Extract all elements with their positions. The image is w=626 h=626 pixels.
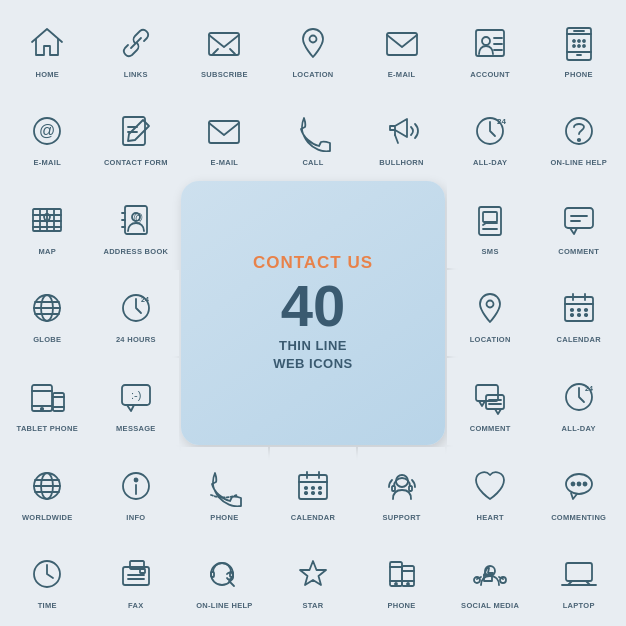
cell-address-book[interactable]: @ ADDRESS BOOK xyxy=(93,181,180,268)
cell-contact-form[interactable]: CONTACT FORM xyxy=(93,93,180,180)
cell-email[interactable]: E-MAIL xyxy=(358,4,445,91)
svg-point-95 xyxy=(305,491,307,493)
cell-on-line-help2[interactable]: ON-LINE HELP xyxy=(181,535,268,622)
sms-label: SMS xyxy=(482,247,499,256)
cell-tablet-phone[interactable]: TABLET PHONE xyxy=(4,358,91,445)
cell-heart[interactable]: HEART xyxy=(447,447,534,534)
svg-point-4 xyxy=(482,37,490,45)
cell-message[interactable]: :-) MESSAGE xyxy=(93,358,180,445)
cell-support[interactable]: SUPPORT xyxy=(358,447,445,534)
svg-point-87 xyxy=(134,478,137,481)
account-icon xyxy=(465,18,515,68)
all-day-label: ALL-DAY xyxy=(473,158,507,167)
cell-call[interactable]: CALL xyxy=(270,93,357,180)
cell-phone[interactable]: PHONE xyxy=(535,4,622,91)
call-icon xyxy=(288,106,338,156)
phone-icon xyxy=(554,18,604,68)
svg-point-16 xyxy=(573,45,575,47)
laptop-label: LAPTOP xyxy=(563,601,595,610)
svg-text:@: @ xyxy=(39,122,55,139)
cell-comment2[interactable]: COMMENT xyxy=(447,358,534,445)
card-subtitle: THIN LINEWEB ICONS xyxy=(273,337,353,373)
svg-point-64 xyxy=(585,314,587,316)
cell-social-media[interactable]: SOCIAL MEDIA xyxy=(447,535,534,622)
globe-icon xyxy=(22,283,72,333)
cell-sms[interactable]: SMS xyxy=(447,181,534,268)
cell-account[interactable]: ACCOUNT xyxy=(447,4,534,91)
call-label: CALL xyxy=(302,158,323,167)
cell-calendar[interactable]: CALENDAR xyxy=(535,270,622,357)
svg-point-17 xyxy=(578,45,580,47)
comment2-icon xyxy=(465,372,515,422)
svg-text:24: 24 xyxy=(141,296,149,303)
svg-point-96 xyxy=(312,491,314,493)
calendar-icon xyxy=(554,283,604,333)
map-icon xyxy=(22,195,72,245)
svg-rect-126 xyxy=(566,563,592,581)
phone3-icon xyxy=(377,549,427,599)
cell-globe[interactable]: GLOBE xyxy=(4,270,91,357)
cell-location2[interactable]: LOCATION xyxy=(447,270,534,357)
social-media-icon xyxy=(465,549,515,599)
cell-location[interactable]: LOCATION xyxy=(270,4,357,91)
links-label: LINKS xyxy=(124,70,148,79)
social-media-label: SOCIAL MEDIA xyxy=(461,601,519,610)
cell-home[interactable]: HOME xyxy=(4,4,91,91)
calendar2-label: CALENDAR xyxy=(291,513,335,522)
subscribe-icon xyxy=(199,18,249,68)
svg-point-124 xyxy=(474,577,480,583)
cell-comment[interactable]: COMMENT xyxy=(535,181,622,268)
bullhorn-label: BULLHORN xyxy=(379,158,423,167)
map-label: MAP xyxy=(38,247,56,256)
contact-form-label: CONTACT FORM xyxy=(104,158,168,167)
icon-grid: HOME LINKS SUBSCRIBE LO xyxy=(0,0,626,626)
svg-point-102 xyxy=(571,482,574,485)
tablet-phone-label: TABLET PHONE xyxy=(17,424,78,433)
cell-map[interactable]: MAP xyxy=(4,181,91,268)
on-line-help2-icon xyxy=(199,549,249,599)
email2-label: E-MAIL xyxy=(33,158,61,167)
email-icon xyxy=(377,18,427,68)
cell-on-line-help[interactable]: ON-LINE HELP xyxy=(535,93,622,180)
comment-icon xyxy=(554,195,604,245)
phone3-label: PHONE xyxy=(387,601,415,610)
svg-rect-99 xyxy=(392,486,395,491)
commenting-icon xyxy=(554,461,604,511)
cell-commenting[interactable]: COMMENTING xyxy=(535,447,622,534)
cell-laptop[interactable]: LAPTOP xyxy=(535,535,622,622)
star-icon xyxy=(288,549,338,599)
svg-rect-24 xyxy=(209,121,239,143)
svg-marker-114 xyxy=(300,561,326,585)
svg-point-122 xyxy=(407,583,409,585)
location-icon xyxy=(288,18,338,68)
svg-point-103 xyxy=(577,482,580,485)
svg-point-1 xyxy=(309,35,316,42)
cell-fax[interactable]: FAX xyxy=(93,535,180,622)
cell-calendar2[interactable]: CALENDAR xyxy=(270,447,357,534)
svg-point-92 xyxy=(305,486,307,488)
cell-24hours[interactable]: 24 24 HOURS xyxy=(93,270,180,357)
cell-info[interactable]: INFO xyxy=(93,447,180,534)
cell-all-day2[interactable]: 24 ALL-DAY xyxy=(535,358,622,445)
cell-subscribe[interactable]: SUBSCRIBE xyxy=(181,4,268,91)
worldwide-icon xyxy=(22,461,72,511)
cell-time[interactable]: TIME xyxy=(4,535,91,622)
cell-bullhorn[interactable]: BULLHORN xyxy=(358,93,445,180)
cell-phone3[interactable]: PHONE xyxy=(358,535,445,622)
comment2-label: COMMENT xyxy=(470,424,511,433)
cell-all-day[interactable]: 24 ALL-DAY xyxy=(447,93,534,180)
cell-worldwide[interactable]: WORLDWIDE xyxy=(4,447,91,534)
svg-text:24: 24 xyxy=(585,385,593,392)
cell-star[interactable]: STAR xyxy=(270,535,357,622)
cell-email3[interactable]: E-MAIL xyxy=(181,93,268,180)
cell-phone2[interactable]: PHONE xyxy=(181,447,268,534)
svg-text:@: @ xyxy=(133,212,143,223)
phone2-icon xyxy=(199,461,249,511)
svg-point-60 xyxy=(578,309,580,311)
svg-point-93 xyxy=(312,486,314,488)
subscribe-label: SUBSCRIBE xyxy=(201,70,248,79)
cell-email2[interactable]: @ E-MAIL xyxy=(4,93,91,180)
commenting-label: COMMENTING xyxy=(551,513,606,522)
cell-links[interactable]: LINKS xyxy=(93,4,180,91)
all-day2-label: ALL-DAY xyxy=(562,424,596,433)
